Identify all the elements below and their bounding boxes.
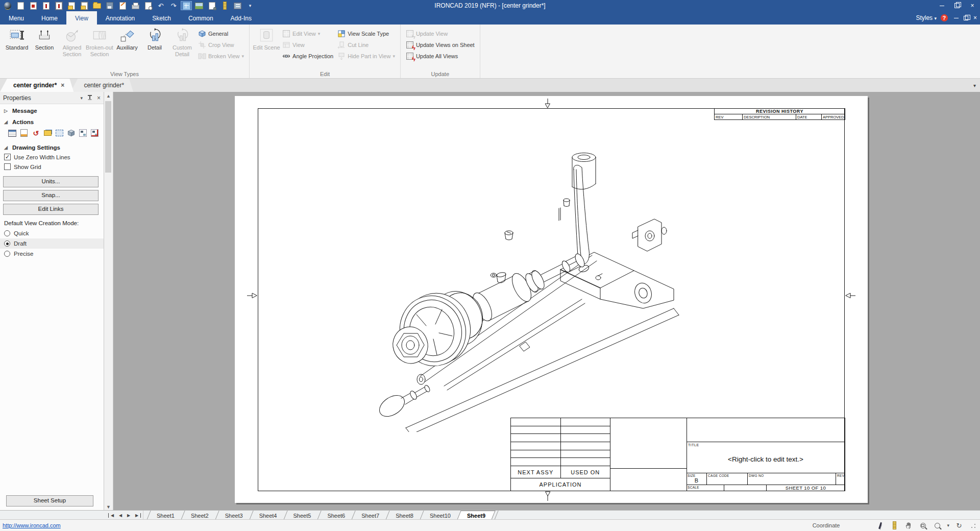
- last-sheet-icon[interactable]: ▶: [133, 513, 141, 518]
- hide-entity-icon[interactable]: [89, 128, 100, 138]
- message-section-header[interactable]: ▷ Message: [0, 104, 104, 115]
- update-view-button[interactable]: ϟ Update View: [406, 29, 475, 38]
- tab-view[interactable]: View: [66, 11, 97, 25]
- cut-line-button[interactable]: Cut Line: [337, 40, 395, 49]
- view-scale-type-button[interactable]: View Scale Type: [337, 29, 395, 38]
- export-drawing-icon[interactable]: [42, 128, 53, 138]
- actions-section-header[interactable]: ◢ Actions: [0, 115, 104, 127]
- document-tab-inactive[interactable]: center grinder*: [70, 79, 133, 92]
- ironcad-link[interactable]: http://www.ironcad.com: [0, 522, 61, 528]
- options-list-icon[interactable]: [232, 1, 243, 10]
- rotate-view-icon[interactable]: ↻: [954, 521, 964, 529]
- tab-menu[interactable]: Menu: [0, 11, 33, 25]
- model-cube-icon[interactable]: [66, 128, 76, 138]
- panel-menu-caret-icon[interactable]: ▾: [80, 95, 83, 101]
- qat-overflow-icon[interactable]: ▾: [244, 1, 256, 10]
- edit-links-button[interactable]: Edit Links: [3, 204, 99, 215]
- print-preview-icon[interactable]: [142, 1, 154, 10]
- tab-home[interactable]: Home: [33, 11, 66, 25]
- minimize-button[interactable]: [934, 0, 949, 11]
- sheet-tab-1[interactable]: Sheet1: [149, 511, 183, 520]
- document-list-caret-icon[interactable]: ▾: [973, 83, 980, 88]
- general-view-button[interactable]: General: [198, 29, 244, 38]
- broken-out-section-button[interactable]: Broken-out Section: [86, 26, 113, 69]
- pan-hand-icon[interactable]: [904, 521, 913, 529]
- first-sheet-icon[interactable]: ◀: [108, 513, 116, 518]
- export-file-icon[interactable]: [79, 1, 90, 10]
- sheet-tab-8[interactable]: Sheet8: [387, 511, 422, 520]
- bom-table-icon[interactable]: [7, 128, 17, 138]
- custom-detail-button[interactable]: Custom Detail: [168, 26, 196, 69]
- doc-close-button[interactable]: ×: [973, 14, 977, 21]
- tab-add-ins[interactable]: Add-Ins: [222, 11, 260, 25]
- save-icon[interactable]: [104, 1, 115, 10]
- section-view-button[interactable]: Section: [31, 26, 58, 69]
- render-mode-icon[interactable]: [181, 1, 192, 10]
- new-document-icon[interactable]: [15, 1, 26, 10]
- show-grid-row[interactable]: Show Grid: [0, 162, 104, 172]
- restore-button[interactable]: [949, 0, 965, 11]
- sheet-tab-5[interactable]: Sheet5: [285, 511, 320, 520]
- styles-dropdown[interactable]: Styles ▾: [916, 14, 937, 21]
- scene-image-icon[interactable]: [193, 1, 205, 10]
- sheet-tab-3[interactable]: Sheet3: [217, 511, 251, 520]
- redo-icon[interactable]: ↷: [168, 1, 179, 10]
- view-box-icon[interactable]: [54, 128, 64, 138]
- aligned-section-button[interactable]: Aligned Section: [58, 26, 86, 69]
- sheet-tab-10[interactable]: Sheet10: [422, 511, 459, 520]
- update-reset-icon[interactable]: ↺: [31, 128, 41, 138]
- document-properties-icon[interactable]: [206, 1, 217, 10]
- drawing-sheet[interactable]: REVISION HISTORY REV DESCRIPTION DATE AP…: [235, 96, 868, 503]
- vertical-scrollbar[interactable]: ▲ ▼: [104, 92, 113, 511]
- panel-close-icon[interactable]: ×: [97, 94, 101, 102]
- print-icon[interactable]: [130, 1, 141, 10]
- zoom-window-icon[interactable]: [918, 521, 927, 529]
- detail-view-button[interactable]: Detail: [141, 26, 168, 69]
- edit-document-icon[interactable]: [117, 1, 128, 10]
- radio-draft-row[interactable]: Draft: [0, 238, 104, 249]
- new-assembly-icon[interactable]: [53, 1, 64, 10]
- checkbox-unchecked-icon[interactable]: [4, 163, 11, 170]
- assembly-drawing-svg[interactable]: [368, 146, 694, 432]
- edit-scene-button[interactable]: Edit Scene: [253, 26, 280, 69]
- radio-quick[interactable]: [4, 230, 10, 236]
- zoom-icon[interactable]: [933, 521, 942, 529]
- drawing-canvas[interactable]: REVISION HISTORY REV DESCRIPTION DATE AP…: [113, 92, 980, 511]
- hide-part-in-view-button[interactable]: Hide Part in View ▾: [337, 52, 395, 60]
- doc-restore-button[interactable]: [964, 16, 968, 20]
- radio-draft-selected[interactable]: [4, 240, 10, 247]
- structure-tree-icon[interactable]: [78, 128, 88, 138]
- radio-precise[interactable]: [4, 251, 10, 257]
- pin-icon[interactable]: [87, 95, 92, 101]
- units-button[interactable]: Units...: [3, 176, 99, 187]
- coordinate-tool-icon[interactable]: [875, 521, 885, 529]
- doc-minimize-button[interactable]: [954, 18, 959, 18]
- document-close-icon[interactable]: ×: [61, 82, 64, 89]
- checkbox-checked-icon[interactable]: ✓: [4, 154, 11, 160]
- measure-ruler-icon[interactable]: [219, 1, 230, 10]
- crop-view-button[interactable]: Crop View: [198, 40, 244, 49]
- scroll-down-icon[interactable]: ▼: [104, 503, 113, 511]
- view-button[interactable]: View: [282, 40, 333, 49]
- drawing-settings-section-header[interactable]: ◢ Drawing Settings: [0, 141, 104, 152]
- broken-view-button[interactable]: Broken View ▾: [198, 52, 244, 60]
- drawing-title-text[interactable]: <Right-click to edit text.>: [687, 455, 845, 463]
- scroll-up-icon[interactable]: ▲: [104, 92, 113, 100]
- sheet-setup-button[interactable]: Sheet Setup: [6, 495, 93, 506]
- undo-icon[interactable]: ↶: [155, 1, 166, 10]
- use-zero-width-lines-row[interactable]: ✓ Use Zero Width Lines: [0, 152, 104, 162]
- prev-sheet-icon[interactable]: ◀: [117, 513, 124, 518]
- import-file-icon[interactable]: [66, 1, 77, 10]
- close-button[interactable]: ×: [965, 0, 980, 11]
- sheet-tab-9-active[interactable]: Sheet9: [459, 511, 494, 520]
- auxiliary-view-button[interactable]: Auxiliary: [113, 26, 141, 69]
- angle-projection-button[interactable]: Angle Projection: [282, 52, 333, 60]
- measure-ruler-icon[interactable]: [890, 521, 899, 529]
- new-drawing-icon[interactable]: [28, 1, 39, 10]
- update-views-on-sheet-button[interactable]: ϟ Update Views on Sheet: [406, 40, 475, 49]
- resize-grip[interactable]: [970, 522, 976, 528]
- snap-button[interactable]: Snap...: [3, 190, 99, 201]
- sheet-tab-2[interactable]: Sheet2: [183, 511, 217, 520]
- open-file-icon[interactable]: [91, 1, 103, 10]
- ironcad-logo-icon[interactable]: [2, 1, 13, 10]
